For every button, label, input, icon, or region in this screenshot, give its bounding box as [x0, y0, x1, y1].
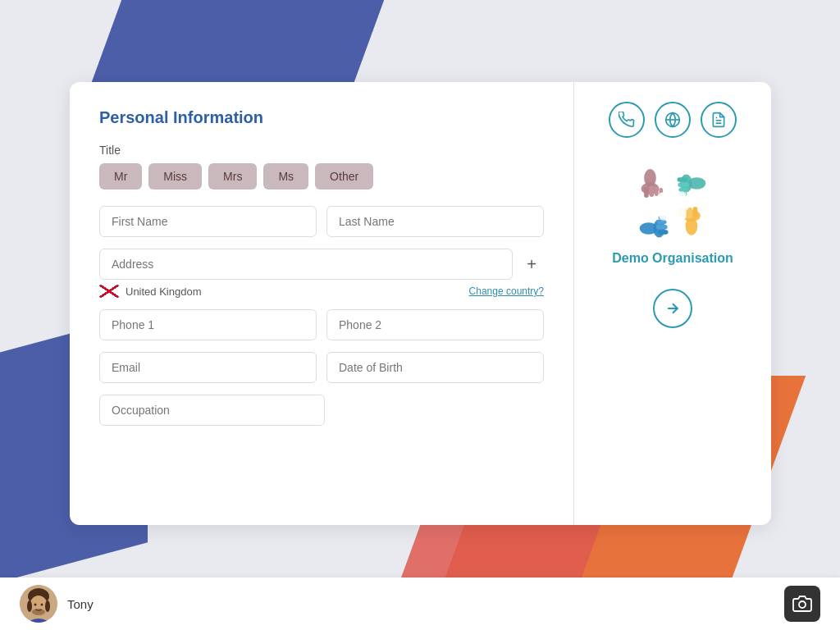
- svg-rect-25: [656, 225, 668, 230]
- title-btn-other[interactable]: Other: [315, 163, 373, 189]
- last-name-input[interactable]: [326, 206, 544, 237]
- svg-rect-19: [687, 208, 692, 219]
- change-country-button[interactable]: Change country?: [469, 285, 544, 297]
- svg-rect-12: [678, 177, 688, 182]
- globe-icon-button[interactable]: [655, 102, 691, 138]
- dob-input[interactable]: [326, 352, 544, 383]
- phone-icon-button[interactable]: [609, 102, 645, 138]
- document-icon-button[interactable]: [701, 102, 737, 138]
- address-row: +: [99, 249, 544, 280]
- svg-rect-26: [657, 220, 667, 224]
- svg-rect-24: [658, 230, 669, 235]
- svg-rect-18: [693, 207, 698, 217]
- user-name: Tony: [67, 597, 94, 611]
- svg-point-35: [32, 609, 45, 615]
- avatar: [20, 585, 57, 623]
- email-dob-row: [99, 352, 544, 383]
- add-address-button[interactable]: +: [519, 252, 544, 276]
- personal-info-panel: Personal Information Title Mr Miss Mrs M…: [70, 82, 574, 525]
- name-row: [99, 206, 544, 237]
- country-row: United Kingdom Change country?: [99, 285, 544, 298]
- first-name-input[interactable]: [99, 206, 317, 237]
- svg-rect-13: [678, 183, 689, 188]
- main-card: Personal Information Title Mr Miss Mrs M…: [70, 82, 771, 525]
- phone2-input[interactable]: [326, 309, 544, 340]
- title-btn-mr[interactable]: Mr: [99, 163, 142, 189]
- org-logo: [628, 161, 718, 251]
- address-input[interactable]: [99, 249, 513, 280]
- country-name: United Kingdom: [126, 285, 463, 298]
- section-title: Personal Information: [99, 108, 544, 127]
- phone-row: [99, 309, 544, 340]
- svg-point-37: [45, 600, 50, 612]
- svg-point-33: [34, 604, 37, 606]
- org-name: Demo Organisation: [612, 251, 733, 266]
- contact-icon-row: [609, 102, 737, 138]
- svg-point-36: [27, 600, 32, 612]
- svg-rect-7: [650, 185, 655, 197]
- right-panel: Demo Organisation: [574, 82, 771, 525]
- camera-button[interactable]: [784, 586, 820, 622]
- title-btn-miss[interactable]: Miss: [148, 163, 202, 189]
- bottom-bar: Tony: [0, 578, 840, 630]
- email-input[interactable]: [99, 352, 317, 383]
- svg-rect-28: [660, 193, 687, 220]
- title-btn-mrs[interactable]: Mrs: [208, 163, 257, 189]
- uk-flag-icon: [99, 285, 119, 298]
- svg-rect-8: [655, 186, 659, 196]
- occupation-input[interactable]: [99, 395, 325, 426]
- svg-point-34: [41, 604, 43, 606]
- title-buttons: Mr Miss Mrs Ms Other: [99, 163, 544, 189]
- navigate-button[interactable]: [653, 289, 692, 328]
- occupation-row: [99, 395, 544, 426]
- user-info: Tony: [20, 585, 94, 623]
- title-btn-ms[interactable]: Ms: [263, 163, 308, 189]
- svg-point-38: [799, 601, 806, 608]
- phone1-input[interactable]: [99, 309, 317, 340]
- svg-rect-6: [644, 187, 649, 198]
- svg-rect-14: [678, 188, 688, 192]
- title-label: Title: [99, 144, 544, 157]
